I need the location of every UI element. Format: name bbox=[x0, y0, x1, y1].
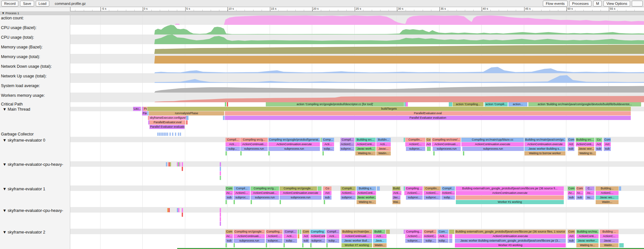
track-label[interactable]: Network Down usage (total): bbox=[0, 64, 70, 69]
event-bar[interactable]: subproc... bbox=[405, 239, 422, 243]
event-bar[interactable]: ActionContinuation.execute bbox=[455, 234, 566, 238]
event-bar[interactable]: Acti... bbox=[373, 234, 387, 238]
event-bar[interactable] bbox=[302, 243, 303, 247]
event-bar[interactable]: Javac worker Building external/com_googl… bbox=[455, 239, 566, 243]
event-bar[interactable] bbox=[168, 208, 170, 212]
track-label[interactable]: System load average: bbox=[0, 84, 70, 88]
event-bar[interactable]: subp... bbox=[326, 239, 339, 243]
track-label[interactable]: ▼ skyframe-evaluator 1 bbox=[0, 187, 70, 192]
event-bar[interactable]: Building src... bbox=[355, 138, 376, 142]
workers-memory-chart[interactable] bbox=[70, 93, 644, 102]
event-bar[interactable] bbox=[298, 234, 299, 238]
event-bar[interactable] bbox=[182, 213, 183, 217]
track-label[interactable]: Workers memory usage: bbox=[0, 93, 70, 98]
track-label[interactable]: ▼ skyframe-evaluator-cpu-heavy- bbox=[0, 162, 70, 167]
event-bar[interactable] bbox=[166, 162, 167, 166]
event-bar[interactable]: Wai... bbox=[392, 200, 400, 204]
event-bar[interactable]: Com bbox=[568, 138, 574, 142]
event-bar[interactable]: Act bbox=[604, 142, 611, 146]
process-header[interactable]: ▼ Process 1 bbox=[0, 11, 644, 15]
event-bar[interactable]: Building src... bbox=[576, 138, 594, 142]
event-bar[interactable]: C... bbox=[585, 186, 594, 191]
event-bar[interactable] bbox=[404, 138, 405, 142]
event-bar[interactable]: Buildin... bbox=[376, 138, 391, 142]
event-bar[interactable] bbox=[234, 200, 235, 204]
view-options-button[interactable]: View Options bbox=[603, 1, 630, 6]
event-bar[interactable]: action 'Building src/main/java/com/googl… bbox=[528, 102, 641, 106]
event-bar[interactable]: ActionContinuation.execute bbox=[280, 191, 322, 195]
event-bar[interactable]: sub bbox=[226, 239, 233, 243]
event-bar[interactable]: Co bbox=[323, 186, 332, 191]
event-bar[interactable]: subproc... bbox=[406, 195, 423, 200]
event-bar[interactable]: ActionC... bbox=[405, 142, 425, 146]
event-bar[interactable] bbox=[251, 200, 252, 204]
event-bar[interactable]: subprocess.run bbox=[251, 195, 279, 200]
event-bar[interactable]: sub bbox=[226, 195, 233, 200]
event-bar[interactable]: Javac ... bbox=[600, 239, 619, 243]
event-bar[interactable]: Javac worker Buil... bbox=[341, 239, 372, 243]
event-bar[interactable] bbox=[268, 151, 270, 155]
event-bar[interactable]: subproc... bbox=[266, 239, 283, 243]
event-bar[interactable] bbox=[160, 133, 162, 136]
event-bar[interactable]: sub bbox=[595, 147, 602, 151]
event-bar[interactable]: subp... bbox=[322, 147, 334, 151]
track-label[interactable]: Memory usage (total): bbox=[0, 55, 70, 59]
event-bar[interactable]: ActionConti... bbox=[576, 142, 594, 146]
save-button[interactable]: Save bbox=[20, 1, 34, 6]
event-bar[interactable] bbox=[182, 208, 183, 212]
event-bar[interactable] bbox=[182, 162, 183, 166]
event-bar[interactable]: Com bbox=[226, 186, 233, 191]
event-bar[interactable]: subp... bbox=[437, 239, 448, 243]
event-bar[interactable]: Building src/main/java/com/go... bbox=[524, 138, 565, 142]
event-bar[interactable] bbox=[321, 138, 322, 142]
record-button[interactable]: Record bbox=[1, 1, 18, 6]
event-bar[interactable]: Waiting to... bbox=[357, 200, 376, 204]
event-bar[interactable] bbox=[326, 243, 328, 247]
event-bar[interactable] bbox=[172, 133, 173, 136]
event-bar[interactable]: Compiling src/google... bbox=[280, 186, 317, 191]
event-bar[interactable] bbox=[227, 102, 228, 106]
event-bar[interactable] bbox=[220, 213, 221, 217]
event-bar[interactable] bbox=[178, 208, 179, 212]
event-bar[interactable]: Buildi... bbox=[373, 230, 385, 234]
event-bar[interactable] bbox=[284, 243, 285, 247]
event-bar[interactable]: sub bbox=[576, 195, 583, 200]
event-bar[interactable] bbox=[456, 195, 564, 200]
event-bar[interactable]: Jav... bbox=[392, 195, 400, 200]
track-label[interactable]: CPU usage (total): bbox=[0, 35, 70, 40]
event-bar[interactable] bbox=[463, 151, 464, 155]
event-bar[interactable] bbox=[377, 186, 380, 191]
event-bar[interactable] bbox=[449, 234, 452, 238]
cpu-total-chart[interactable] bbox=[70, 35, 644, 44]
event-bar[interactable]: Compilin... bbox=[405, 138, 425, 142]
event-bar[interactable] bbox=[226, 151, 227, 155]
event-bar[interactable]: Compili... bbox=[341, 186, 356, 191]
event-bar[interactable] bbox=[318, 186, 322, 191]
flow-events-button[interactable]: Flow events bbox=[543, 1, 568, 6]
event-bar[interactable]: Acti... bbox=[322, 142, 334, 146]
event-bar[interactable]: Ac... bbox=[568, 191, 575, 195]
event-bar[interactable]: ActionC... bbox=[596, 191, 619, 195]
event-bar[interactable]: sub bbox=[568, 147, 574, 151]
event-bar[interactable]: ParallelEvaluator.eval bbox=[149, 120, 186, 124]
event-bar[interactable] bbox=[220, 222, 221, 226]
event-bar[interactable]: Javac worker... bbox=[576, 239, 599, 243]
event-bar[interactable] bbox=[449, 102, 452, 106]
event-bar[interactable]: Compiling src/google... bbox=[234, 230, 265, 234]
event-bar[interactable] bbox=[298, 230, 299, 234]
event-bar[interactable]: Compiling src/g... bbox=[240, 138, 268, 142]
event-bar[interactable]: Com bbox=[604, 138, 611, 142]
event-bar[interactable]: action 'Compili... bbox=[485, 102, 508, 106]
event-bar[interactable] bbox=[240, 151, 242, 155]
event-bar[interactable] bbox=[310, 243, 312, 247]
event-bar[interactable]: Building ... bbox=[600, 230, 619, 234]
event-bar[interactable]: Compilin... bbox=[424, 186, 441, 191]
track-label[interactable]: Critical Path bbox=[0, 102, 70, 107]
event-bar[interactable]: Com bbox=[576, 186, 583, 191]
event-bar[interactable]: subprocess.run bbox=[268, 147, 320, 151]
event-bar[interactable]: skyframeExecutor.configureTargets bbox=[149, 116, 186, 120]
event-bar[interactable]: Compiling ... bbox=[405, 186, 423, 191]
memory-bazel-chart[interactable] bbox=[70, 44, 644, 54]
event-bar[interactable] bbox=[234, 243, 235, 247]
event-bar[interactable]: Par bbox=[142, 111, 147, 115]
